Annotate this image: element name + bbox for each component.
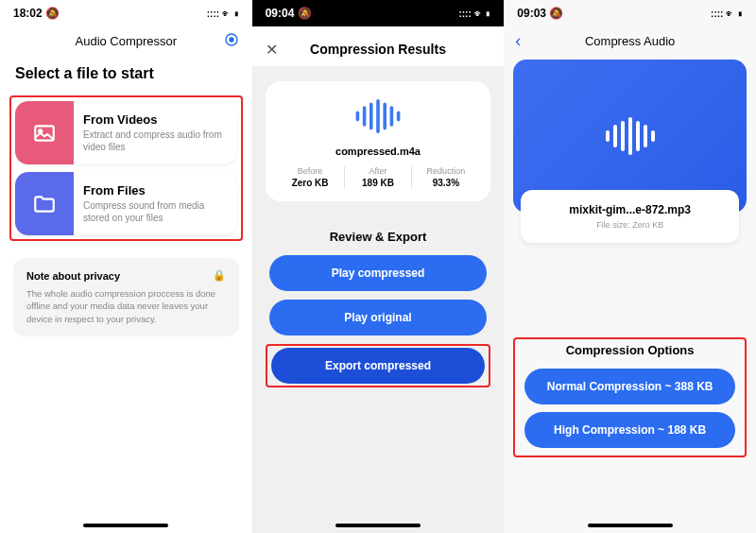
option-title: From Files: [83, 183, 228, 198]
close-icon[interactable]: ✕: [266, 41, 278, 59]
back-icon[interactable]: ‹: [515, 31, 521, 51]
play-original-button[interactable]: Play original: [269, 300, 488, 335]
file-info-card: mixkit-gim...e-872.mp3 File size: Zero K…: [521, 190, 739, 243]
status-time: 09:03: [517, 7, 546, 20]
svg-point-1: [230, 38, 233, 42]
high-compression-button[interactable]: High Compression ~ 188 KB: [524, 412, 735, 448]
option-desc: Extract and compress audio from video fi…: [83, 129, 228, 153]
privacy-text: The whole audio compression proccess is …: [26, 287, 226, 325]
review-export-title: Review & Export: [252, 230, 505, 244]
status-bar: 18:02 🔕 :::: ᯤ ▮: [0, 0, 252, 26]
status-time: 09:04: [266, 7, 295, 20]
bell-icon: 🔕: [45, 7, 60, 20]
status-icons: :::: ᯤ ▮: [458, 9, 490, 19]
stat-before: Before Zero KB: [277, 166, 345, 188]
bell-icon: 🔕: [298, 7, 312, 20]
from-videos-card[interactable]: From Videos Extract and compress audio f…: [15, 101, 237, 164]
privacy-card: Note about privacy 🔒 The whole audio com…: [13, 258, 239, 336]
play-compressed-button[interactable]: Play compressed: [269, 255, 488, 291]
filename: mixkit-gim...e-872.mp3: [530, 203, 730, 216]
screen-select-file: 18:02 🔕 :::: ᯤ ▮ Audio Compressor Select…: [0, 0, 252, 533]
normal-compression-button[interactable]: Normal Compression ~ 388 KB: [524, 369, 735, 404]
highlight-export: Export compressed: [266, 344, 491, 387]
nav-header: ‹ Compress Audio: [504, 26, 756, 56]
status-bar: 09:03 🔕 :::: ᯤ ▮: [504, 0, 756, 26]
stat-reduction: Reduction 93.3%: [412, 166, 479, 188]
screen-compress-audio: 09:03 🔕 :::: ᯤ ▮ ‹ Compress Audio mixkit…: [504, 0, 756, 533]
highlight-compression-options: Compression Options Normal Compression ~…: [513, 337, 747, 457]
privacy-title: Note about privacy: [26, 270, 120, 282]
stat-after: After 189 KB: [345, 166, 413, 188]
home-indicator[interactable]: [83, 524, 168, 527]
audio-waveform-icon: [277, 96, 480, 136]
export-compressed-button[interactable]: Export compressed: [271, 348, 486, 384]
file-size: File size: Zero KB: [530, 220, 730, 230]
audio-waveform-icon: [602, 114, 659, 158]
results-card: compressed.m4a Before Zero KB After 189 …: [266, 81, 491, 201]
highlight-options: From Videos Extract and compress audio f…: [9, 95, 243, 241]
compression-options-title: Compression Options: [519, 343, 741, 357]
page-title: Compression Results: [310, 42, 446, 57]
page-title: Audio Compressor: [76, 34, 178, 48]
screen-compression-results: 09:04 🔕 :::: ᯤ ▮ ✕ Compression Results c…: [252, 0, 505, 533]
page-title: Compress Audio: [585, 34, 675, 48]
status-time: 18:02: [13, 7, 43, 20]
status-icons: :::: ᯤ ▮: [207, 9, 239, 19]
home-indicator[interactable]: [335, 524, 421, 527]
home-indicator[interactable]: [588, 524, 673, 527]
option-title: From Videos: [83, 112, 228, 127]
option-desc: Compress sound from media stored on your…: [83, 199, 228, 224]
nav-header: ✕ Compression Results: [252, 26, 505, 66]
from-files-card[interactable]: From Files Compress sound from media sto…: [15, 172, 237, 235]
image-icon: [15, 101, 74, 164]
lock-icon: 🔒: [213, 269, 226, 282]
bell-icon: 🔕: [549, 7, 563, 20]
section-title: Select a file to start: [0, 56, 252, 95]
status-bar: 09:04 🔕 :::: ᯤ ▮: [252, 0, 505, 26]
filename: compressed.m4a: [277, 146, 480, 157]
nav-header: Audio Compressor: [0, 26, 252, 56]
folder-icon: [15, 172, 74, 235]
status-icons: :::: ᯤ ▮: [711, 9, 743, 19]
settings-icon[interactable]: [224, 32, 239, 51]
